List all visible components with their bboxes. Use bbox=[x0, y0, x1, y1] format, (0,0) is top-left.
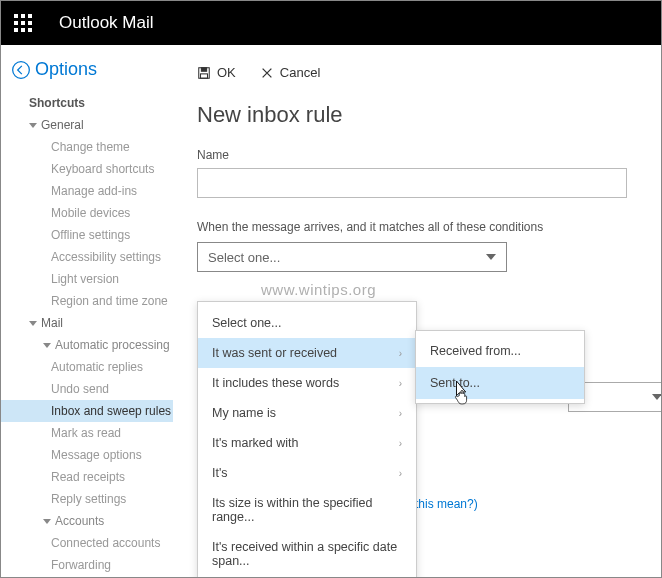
caret-icon bbox=[43, 519, 51, 524]
chevron-right-icon: › bbox=[399, 408, 402, 419]
sidebar-item-label: Accessibility settings bbox=[51, 250, 161, 264]
svg-rect-12 bbox=[201, 73, 208, 77]
page-title: New inbox rule bbox=[197, 102, 637, 128]
ok-button[interactable]: OK bbox=[197, 65, 236, 80]
condition-dropdown[interactable]: Select one... bbox=[197, 242, 507, 272]
menu-item[interactable]: It's› bbox=[198, 458, 416, 488]
sidebar-item[interactable]: Reply settings bbox=[1, 488, 173, 510]
sidebar-item[interactable]: Accessibility settings bbox=[1, 246, 173, 268]
menu-item-label: It includes these words bbox=[212, 376, 339, 390]
sidebar-item[interactable]: Message options bbox=[1, 444, 173, 466]
sidebar-item[interactable]: Undo send bbox=[1, 378, 173, 400]
sidebar-item[interactable]: Automatic processing bbox=[1, 334, 173, 356]
menu-item-label: It's marked with bbox=[212, 436, 298, 450]
toolbar: OK Cancel bbox=[197, 65, 637, 80]
close-icon bbox=[260, 66, 274, 80]
dropdown-placeholder: Select one... bbox=[208, 250, 280, 265]
help-link[interactable]: this mean?) bbox=[415, 497, 478, 511]
sidebar-item[interactable]: Mail bbox=[1, 312, 173, 334]
main-panel: OK Cancel New inbox rule Name When the m… bbox=[173, 45, 661, 577]
cancel-button[interactable]: Cancel bbox=[260, 65, 320, 80]
svg-rect-2 bbox=[28, 14, 32, 18]
chevron-right-icon: › bbox=[399, 378, 402, 389]
menu-item[interactable]: It includes these words› bbox=[198, 368, 416, 398]
options-back[interactable]: Options bbox=[1, 59, 173, 80]
sidebar-item[interactable]: POP and IMAP bbox=[1, 576, 173, 577]
menu-item[interactable]: Its size is within the specified range..… bbox=[198, 488, 416, 532]
sidebar-item-label: Automatic replies bbox=[51, 360, 143, 374]
sidebar-item-label: Mobile devices bbox=[51, 206, 130, 220]
svg-rect-7 bbox=[21, 28, 25, 32]
options-label: Options bbox=[35, 59, 97, 80]
sidebar-item-label: Forwarding bbox=[51, 558, 111, 572]
sidebar-item[interactable]: Connected accounts bbox=[1, 532, 173, 554]
submenu-item-label: Sent to... bbox=[430, 376, 480, 390]
sidebar-item[interactable]: Manage add-ins bbox=[1, 180, 173, 202]
sidebar-item[interactable]: Region and time zone bbox=[1, 290, 173, 312]
submenu-item-label: Received from... bbox=[430, 344, 521, 358]
sidebar-item-label: Automatic processing bbox=[55, 338, 170, 352]
sidebar-item-label: Offline settings bbox=[51, 228, 130, 242]
svg-rect-6 bbox=[14, 28, 18, 32]
menu-item[interactable]: It was sent or received› bbox=[198, 338, 416, 368]
menu-item-label: It's bbox=[212, 466, 228, 480]
svg-rect-0 bbox=[14, 14, 18, 18]
condition-menu: Select one...It was sent or received›It … bbox=[197, 301, 417, 578]
save-icon bbox=[197, 66, 211, 80]
menu-item-label: Its size is within the specified range..… bbox=[212, 496, 402, 524]
menu-item[interactable]: Select one... bbox=[198, 308, 416, 338]
svg-point-9 bbox=[13, 61, 30, 78]
sidebar-item-label: Manage add-ins bbox=[51, 184, 137, 198]
svg-rect-11 bbox=[201, 67, 206, 71]
sidebar-item[interactable]: Offline settings bbox=[1, 224, 173, 246]
menu-item[interactable]: My name is› bbox=[198, 398, 416, 428]
caret-icon bbox=[29, 321, 37, 326]
menu-item[interactable]: It's marked with› bbox=[198, 428, 416, 458]
submenu-item[interactable]: Received from... bbox=[416, 335, 584, 367]
sidebar-item[interactable]: Change theme bbox=[1, 136, 173, 158]
caret-icon bbox=[43, 343, 51, 348]
sidebar-item[interactable]: Mark as read bbox=[1, 422, 173, 444]
submenu-item[interactable]: Sent to... bbox=[416, 367, 584, 399]
sidebar-item-label: Shortcuts bbox=[29, 96, 85, 110]
sidebar-item[interactable]: Read receipts bbox=[1, 466, 173, 488]
sidebar-item[interactable]: General bbox=[1, 114, 173, 136]
sidebar-item-label: Change theme bbox=[51, 140, 130, 154]
chevron-right-icon: › bbox=[399, 468, 402, 479]
sidebar-item-label: Accounts bbox=[55, 514, 104, 528]
back-arrow-icon bbox=[11, 60, 31, 80]
sidebar-item[interactable]: Automatic replies bbox=[1, 356, 173, 378]
menu-item-label: It's received within a specific date spa… bbox=[212, 540, 402, 568]
svg-rect-8 bbox=[28, 28, 32, 32]
menu-item-label: It was sent or received bbox=[212, 346, 337, 360]
sidebar-item[interactable]: Forwarding bbox=[1, 554, 173, 576]
chevron-right-icon: › bbox=[399, 348, 402, 359]
conditions-label: When the message arrives, and it matches… bbox=[197, 220, 637, 234]
sidebar-item-label: Inbox and sweep rules bbox=[51, 404, 171, 418]
sidebar-item[interactable]: Shortcuts bbox=[1, 92, 173, 114]
sidebar-item[interactable]: Accounts bbox=[1, 510, 173, 532]
menu-item[interactable]: It's received within a specific date spa… bbox=[198, 532, 416, 576]
app-launcher-icon[interactable] bbox=[1, 1, 45, 45]
sidebar-item[interactable]: Mobile devices bbox=[1, 202, 173, 224]
sidebar-item[interactable]: Keyboard shortcuts bbox=[1, 158, 173, 180]
sidebar-item[interactable]: Inbox and sweep rules bbox=[1, 400, 173, 422]
sidebar-item[interactable]: Light version bbox=[1, 268, 173, 290]
menu-item-label: Select one... bbox=[212, 316, 282, 330]
sidebar-item-label: General bbox=[41, 118, 84, 132]
caret-icon bbox=[29, 123, 37, 128]
chevron-down-icon bbox=[652, 394, 662, 400]
sidebar-item-label: Mark as read bbox=[51, 426, 121, 440]
app-header: Outlook Mail bbox=[1, 1, 661, 45]
svg-rect-5 bbox=[28, 21, 32, 25]
sidebar-item-label: Undo send bbox=[51, 382, 109, 396]
condition-submenu: Received from...Sent to... bbox=[415, 330, 585, 404]
sidebar-item-label: Region and time zone bbox=[51, 294, 168, 308]
rule-name-input[interactable] bbox=[197, 168, 627, 198]
sidebar-item-label: Read receipts bbox=[51, 470, 125, 484]
menu-item-label: My name is bbox=[212, 406, 276, 420]
svg-rect-3 bbox=[14, 21, 18, 25]
sidebar-item-label: Mail bbox=[41, 316, 63, 330]
chevron-down-icon bbox=[486, 254, 496, 260]
svg-rect-1 bbox=[21, 14, 25, 18]
